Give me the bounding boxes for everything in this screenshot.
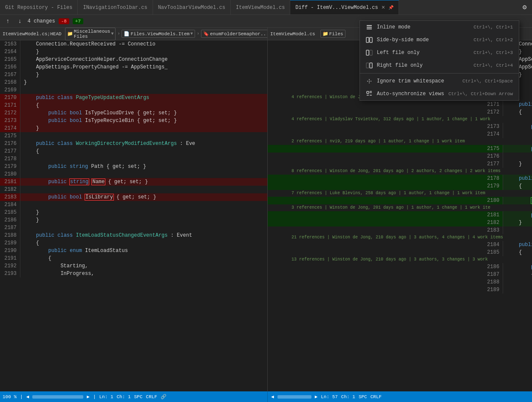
table-row: 2165 AppServiceConnectionHelper.Connecti…: [0, 56, 267, 63]
breadcrumb-misc-files[interactable]: 📁 Miscellaneous Files ▼: [65, 28, 116, 40]
code-ref-line: 8 references | Winston de Jong, 201 days…: [268, 168, 503, 175]
tab-label: ItemViewModel.cs: [236, 5, 285, 11]
code-ref-line: 13 references | Winston de Jong, 210 day…: [268, 256, 503, 263]
left-code-lines: 2163 Connection.RequestReceived -= Conne…: [0, 40, 267, 277]
breadcrumb-enum[interactable]: 🔖 enumFolderSemaphor... ▼: [201, 30, 268, 38]
scroll-left-btn[interactable]: ◀: [26, 394, 29, 399]
menu-label-side: Side-by-side mode: [377, 37, 470, 43]
table-row: 2171 public class WorkingDirectoryModifi…: [268, 101, 532, 108]
table-row: 2191 {: [0, 255, 267, 262]
settings-button[interactable]: ⚙: [517, 0, 532, 14]
scroll-right-btn[interactable]: ▶: [87, 394, 90, 399]
table-row: 2174: [268, 130, 532, 138]
table-row: 2189 {: [0, 239, 267, 247]
table-row: 2192 Starting,: [0, 262, 267, 270]
menu-item-right-file[interactable]: Right file only Ctrl+\, Ctrl+4: [360, 59, 519, 72]
left-code-scroll[interactable]: 2163 Connection.RequestReceived -= Conne…: [0, 40, 267, 391]
svg-rect-0: [367, 25, 372, 26]
changes-count: 4 changes: [28, 18, 55, 24]
chevron-down-icon-2: ▼: [190, 31, 193, 36]
breadcrumb-files[interactable]: 📁 Files: [320, 30, 345, 38]
scroll-down-button[interactable]: ↓: [15, 17, 24, 25]
left-status-bar: 100 % | ◀ ▶ | Ln: 1 Ch: 1 SPC CRLF 🔗: [0, 391, 268, 402]
table-row: 2182 }: [268, 219, 532, 226]
auto-sync-icon: [366, 91, 373, 97]
table-row: 2180: [0, 170, 267, 178]
tab-inavtoolbar[interactable]: INavigationToolbar.cs: [78, 0, 153, 15]
table-row: 2190 public enum ItemLoadStatus: [0, 247, 267, 255]
tab-label: Git Repository - Files: [5, 5, 72, 11]
code-ref-line: 2 references | nvi9, 219 days ago | 1 au…: [268, 138, 503, 145]
enc-label-right: SPC: [359, 394, 367, 399]
zoom-level: 100 %: [3, 394, 17, 399]
table-row: 2171 {: [0, 102, 267, 109]
menu-label-right: Right file only: [377, 62, 470, 68]
code-ref-line: 3 references | Winston de Jong, 201 days…: [268, 204, 503, 211]
menu-item-left-file[interactable]: Left file only Ctrl+\, Ctrl+3: [360, 46, 519, 59]
table-row: 2173 public bool IsTypeRecycleBin { get;…: [0, 117, 267, 125]
ch-label-left: Ch: 1: [117, 394, 131, 399]
scroll-up-button[interactable]: ↑: [3, 17, 12, 25]
eol-label-right: CRLF: [371, 394, 382, 399]
git-icon: 🔗: [161, 394, 167, 399]
tab-git-repo[interactable]: Git Repository - Files: [0, 0, 78, 15]
table-row: 2180 public bool IsTypeCloudDrive { get;…: [268, 197, 532, 204]
svg-rect-5: [366, 50, 369, 55]
tab-pin-icon[interactable]: 📌: [388, 5, 393, 10]
menu-shortcut-autosync: Ctrl+\, Ctrl+Down Arrow: [448, 91, 513, 96]
inline-mode-icon: [366, 24, 373, 31]
menu-item-inline-mode[interactable]: Inline mode Ctrl+\, Ctrl+1: [360, 21, 519, 34]
menu-item-side-by-side[interactable]: Side-by-side mode Ctrl+\, Ctrl+2: [360, 34, 519, 46]
scroll-bar-left[interactable]: [32, 395, 83, 399]
svg-rect-1: [367, 27, 372, 28]
tab-itemvm[interactable]: ItemViewModel.cs: [231, 0, 290, 15]
menu-separator: [360, 73, 519, 74]
right-status-bar: ◀ ▶ Ln: 57 Ch: 1 SPC CRLF: [268, 391, 532, 402]
scroll-right-btn-r[interactable]: ▶: [315, 394, 318, 399]
scroll-bar-right[interactable]: [277, 395, 311, 399]
tab-close-icon[interactable]: ×: [381, 4, 386, 11]
table-row: 2176: [268, 153, 532, 160]
file-icon: 📄: [124, 31, 130, 37]
bottom-bar: 100 % | ◀ ▶ | Ln: 1 Ch: 1 SPC CRLF 🔗 ◀ ▶…: [0, 391, 532, 402]
table-row: 2181 public bool IsTypeRecycleBin { get;…: [268, 211, 532, 219]
left-pane-header: ItemViewModel.cs;HEAD 📁 Miscellaneous Fi…: [0, 28, 267, 40]
folder-icon-right: 📁: [323, 31, 328, 37]
table-row: 2177 {: [0, 147, 267, 155]
svg-rect-11: [367, 91, 369, 93]
context-menu: Inline mode Ctrl+\, Ctrl+1 Side-by-side …: [359, 20, 519, 101]
separator-icon: ›: [117, 31, 120, 36]
svg-rect-3: [366, 37, 369, 42]
menu-item-auto-sync[interactable]: Auto-synchronize views Ctrl+\, Ctrl+Down…: [360, 88, 519, 100]
enc-label-left: SPC: [134, 394, 143, 399]
table-row: 2170 public class PageTypeUpdatedEventAr…: [0, 94, 267, 102]
scroll-left-btn-r[interactable]: ◀: [271, 394, 274, 399]
tab-diff-itemvm[interactable]: Diff - ItemV...ViewModel.cs × 📌: [290, 0, 399, 15]
svg-rect-7: [366, 63, 369, 68]
tab-label: INavigationToolbar.cs: [83, 5, 147, 11]
ln-label-right: Ln: 57: [321, 394, 338, 399]
ignore-whitespace-icon: [366, 78, 373, 85]
code-ref-line: 4 references | Vladyslav Tsvietkov, 312 …: [268, 116, 503, 123]
table-row: 2172 public bool IsTypeCloudDrive { get;…: [0, 109, 267, 117]
tab-label: NavToolbarViewModel.cs: [158, 5, 225, 11]
table-row: 2188 Starting,: [268, 278, 532, 286]
code-ref-line: 7 references | Luke Blevins, 258 days ag…: [268, 190, 503, 197]
table-row: 2178 public class PageTypeUpdatedEventAr…: [268, 175, 532, 182]
table-row: 2167 }: [0, 71, 267, 79]
table-row: 2186 public enum ItemLoadStatus: [268, 263, 532, 271]
status-sep-1: |: [20, 394, 23, 399]
menu-shortcut-side: Ctrl+\, Ctrl+2: [474, 37, 513, 42]
table-row: 2183: [268, 226, 532, 234]
table-row: 2178: [0, 155, 267, 163]
tab-navtoolbar-vm[interactable]: NavToolbarViewModel.cs: [153, 0, 231, 15]
menu-item-ignore-whitespace[interactable]: Ignore trim whitespace Ctrl+\, Ctrl+Spac…: [360, 75, 519, 88]
left-code-area[interactable]: 2163 Connection.RequestReceived -= Conne…: [0, 40, 267, 391]
menu-label-left: Left file only: [377, 50, 470, 56]
separator-icon-2: ›: [197, 31, 199, 36]
ln-label-left: Ln: 1: [99, 394, 113, 399]
table-row: 2163 Connection.RequestReceived -= Conne…: [0, 40, 267, 48]
breadcrumb-files-viewmodels[interactable]: 📄 Files.ViewModels.Item ▼: [122, 30, 195, 38]
table-row: 2186 }: [0, 216, 267, 224]
svg-rect-4: [370, 37, 372, 42]
